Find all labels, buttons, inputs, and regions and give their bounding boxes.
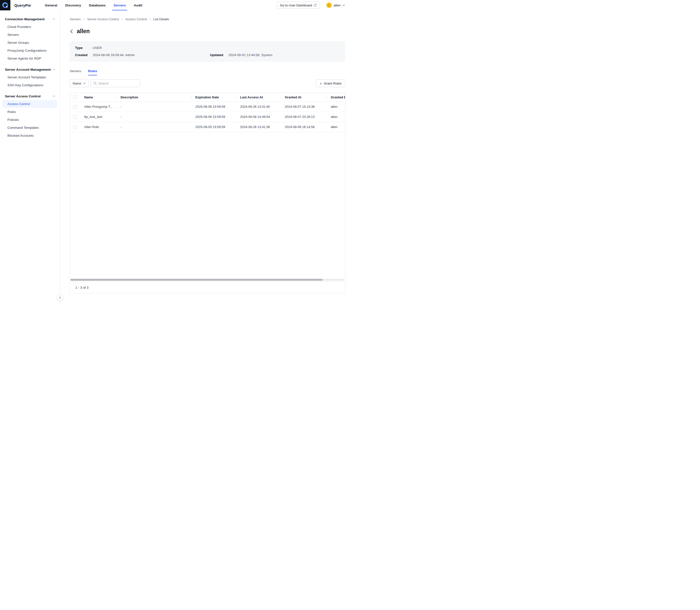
select-all-checkbox[interactable] bbox=[73, 95, 77, 99]
sidebar-item-servers[interactable]: Servers bbox=[2, 31, 57, 38]
cell-description: - bbox=[117, 122, 191, 132]
column-header-granted-by[interactable]: Granted By bbox=[327, 93, 345, 101]
updated-value: 2024-09-02 13:44:58, System bbox=[229, 53, 272, 57]
user-menu[interactable]: ☺ allen bbox=[326, 2, 345, 8]
sidebar-collapse-button[interactable] bbox=[56, 294, 63, 301]
created-value: 2024-08-06 16:09:44, Admin bbox=[93, 53, 135, 57]
breadcrumb: ServersServer Access ControlAccess Contr… bbox=[70, 17, 345, 21]
column-header-expiration-date[interactable]: Expiration Date bbox=[191, 93, 236, 101]
grant-roles-label: Grant Roles bbox=[324, 82, 341, 85]
chevron-up-icon bbox=[53, 18, 55, 20]
updated-label: Updated bbox=[210, 53, 225, 57]
sidebar-item-server-agents-for-rdp[interactable]: Server Agents for RDP bbox=[2, 54, 57, 62]
roles-table: NameDescriptionExpiration DateLast Acces… bbox=[70, 93, 345, 132]
chevron-up-icon bbox=[53, 69, 55, 70]
filter-row: Name + Grant Roles bbox=[70, 79, 345, 87]
nav-item-databases[interactable]: Databases bbox=[85, 0, 110, 10]
row-checkbox[interactable] bbox=[73, 125, 77, 129]
chevron-right-icon bbox=[83, 18, 85, 20]
chevron-left-icon bbox=[59, 296, 61, 299]
chevron-right-icon bbox=[121, 18, 123, 20]
chevron-down-icon bbox=[83, 83, 86, 84]
sidebar-item-cloud-providers[interactable]: Cloud Providers bbox=[2, 23, 57, 31]
created-label: Created bbox=[75, 53, 89, 57]
cell-last_access_at: 2024-08-26 13:41:40 bbox=[236, 101, 281, 112]
updated-field: Updated 2024-09-02 13:44:58, System bbox=[210, 53, 272, 57]
tab-roles[interactable]: Roles bbox=[88, 69, 97, 75]
table-scroll-area: NameDescriptionExpiration DateLast Acces… bbox=[70, 93, 345, 282]
back-button[interactable] bbox=[70, 29, 73, 34]
breadcrumb-item-servers[interactable]: Servers bbox=[70, 17, 81, 21]
sidebar: Connection ManagementCloud ProvidersServ… bbox=[0, 10, 60, 305]
cell-expiration_date: 2025-08-05 23:59:59 bbox=[191, 122, 236, 132]
external-link-icon bbox=[314, 4, 317, 7]
scrollbar-thumb[interactable] bbox=[70, 279, 322, 281]
search-input[interactable] bbox=[99, 82, 137, 85]
sidebar-item-server-account-templates[interactable]: Server Account Templates bbox=[2, 74, 57, 81]
table-row[interactable]: Allen Proxyjump T...-2025-08-06 23:59:59… bbox=[70, 101, 345, 112]
row-checkbox[interactable] bbox=[73, 105, 77, 109]
cell-name: Allen Role bbox=[80, 122, 117, 132]
sidebar-item-ssh-key-configurations[interactable]: SSH Key Configurations bbox=[2, 81, 57, 89]
sidebar-item-policies[interactable]: Policies bbox=[2, 116, 57, 124]
avatar: ☺ bbox=[326, 2, 332, 8]
go-to-user-dashboard-label: Go to User Dashboard bbox=[280, 3, 312, 7]
cell-granted_at: 2024-08-07 15:14:36 bbox=[281, 101, 327, 112]
sidebar-section-title: Server Account Management bbox=[5, 68, 51, 71]
select-all-header-cell bbox=[70, 93, 80, 101]
breadcrumb-item-list-details: List Details bbox=[153, 17, 169, 21]
tab-servers[interactable]: Servers bbox=[70, 69, 81, 75]
brand-name: QueryPie bbox=[14, 3, 31, 7]
filter-field-select[interactable]: Name bbox=[70, 79, 89, 87]
sidebar-section-server-access-control[interactable]: Server Access Control bbox=[0, 93, 60, 100]
nav-item-general[interactable]: General bbox=[41, 0, 61, 10]
nav-item-audit[interactable]: Audit bbox=[130, 0, 146, 10]
column-header-description[interactable]: Description bbox=[117, 93, 191, 101]
nav-item-discovery[interactable]: Discovery bbox=[61, 0, 85, 10]
top-nav-right: Go to User Dashboard ☺ allen bbox=[277, 2, 345, 9]
column-header-last-access-at[interactable]: Last Access At bbox=[236, 93, 281, 101]
cell-granted_at: 2024-08-07 20:26:13 bbox=[281, 112, 327, 122]
cell-last_access_at: 2024-08-08 14:49:54 bbox=[236, 112, 281, 122]
sidebar-item-blocked-accounts[interactable]: Blocked Accounts bbox=[2, 132, 57, 140]
detail-tabs: ServersRoles bbox=[70, 69, 345, 75]
column-header-granted-at[interactable]: Granted At bbox=[281, 93, 327, 101]
search-icon bbox=[93, 82, 97, 85]
user-name: allen bbox=[333, 3, 340, 7]
page-title: allen bbox=[77, 28, 90, 35]
top-nav: QueryPie GeneralDiscoveryDatabasesServer… bbox=[0, 0, 350, 10]
cell-granted_at: 2024-08-06 16:14:58 bbox=[281, 122, 327, 132]
main-content: ServersServer Access ControlAccess Contr… bbox=[60, 10, 350, 305]
cell-name: Allen Proxyjump T... bbox=[80, 101, 117, 112]
row-checkbox-cell bbox=[70, 112, 80, 122]
horizontal-scrollbar[interactable] bbox=[70, 279, 345, 281]
sidebar-item-proxyjump-configurations[interactable]: ProxyJump Configurations bbox=[2, 47, 57, 54]
table-header-row: NameDescriptionExpiration DateLast Acces… bbox=[70, 93, 345, 101]
cell-name: ftp_lock_test bbox=[80, 112, 117, 122]
grant-roles-button[interactable]: + Grant Roles bbox=[316, 79, 345, 87]
filter-field-label: Name bbox=[72, 82, 81, 85]
breadcrumb-item-server-access-control[interactable]: Server Access Control bbox=[87, 17, 119, 21]
table-row[interactable]: ftp_lock_test-2025-08-06 23:59:592024-08… bbox=[70, 112, 345, 122]
sidebar-item-server-groups[interactable]: Server Groups bbox=[2, 39, 57, 47]
cell-last_access_at: 2024-08-26 13:41:36 bbox=[236, 122, 281, 132]
type-value: USER bbox=[93, 46, 102, 50]
cell-granted_by: allen bbox=[327, 112, 345, 122]
sidebar-section-server-account-management[interactable]: Server Account Management bbox=[0, 66, 60, 73]
page-header: allen bbox=[70, 28, 345, 35]
sidebar-item-command-templates[interactable]: Command Templates bbox=[2, 124, 57, 131]
sidebar-section-connection-management[interactable]: Connection Management bbox=[0, 15, 60, 23]
querypie-logo[interactable] bbox=[0, 0, 10, 10]
sidebar-section-title: Server Access Control bbox=[5, 94, 40, 98]
cell-description: - bbox=[117, 101, 191, 112]
chevron-right-icon bbox=[149, 18, 151, 20]
row-checkbox[interactable] bbox=[73, 115, 77, 119]
nav-item-servers[interactable]: Servers bbox=[110, 0, 130, 10]
go-to-user-dashboard-button[interactable]: Go to User Dashboard bbox=[277, 2, 320, 9]
table-row[interactable]: Allen Role-2025-08-05 23:59:592024-08-26… bbox=[70, 122, 345, 132]
column-header-name[interactable]: Name bbox=[80, 93, 117, 101]
chevron-left-icon bbox=[70, 29, 73, 34]
sidebar-item-access-control[interactable]: Access Control bbox=[2, 100, 57, 108]
sidebar-item-roles[interactable]: Roles bbox=[2, 108, 57, 116]
breadcrumb-item-access-control[interactable]: Access Control bbox=[125, 17, 147, 21]
